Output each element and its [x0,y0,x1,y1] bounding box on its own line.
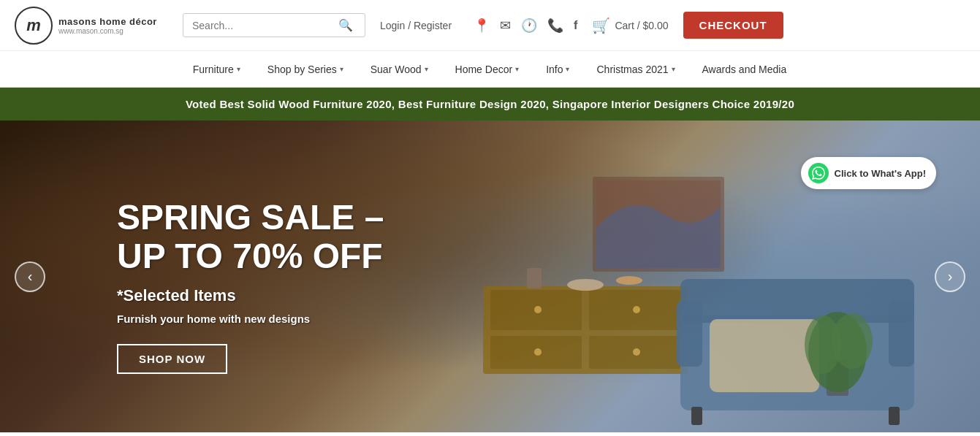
chevron-down-icon: ▾ [566,65,569,73]
chevron-down-icon: ▾ [425,65,428,73]
cart-label: Cart / $0.00 [615,20,668,31]
nav-items: Furniture ▾ Shop by Series ▾ Suar Wood ▾… [180,51,800,88]
clock-icon[interactable]: 🕐 [521,18,537,34]
shop-now-button[interactable]: SHOP NOW [117,344,227,374]
header: m masons home décor www.mason.com.sg 🔍 L… [0,0,980,51]
phone-icon[interactable]: 📞 [547,18,563,34]
chevron-down-icon: ▾ [340,65,343,73]
chevron-down-icon: ▾ [237,65,240,73]
chevron-down-icon: ▾ [515,65,519,73]
hero-description: Furnish your home with new designs [117,313,384,325]
whatsapp-button[interactable]: Click to What's App! [801,157,936,189]
checkout-button[interactable]: CHECKOUT [683,12,783,39]
promo-banner: Voted Best Solid Wood Furniture 2020, Be… [0,88,980,121]
nav-item-awards[interactable]: Awards and Media [689,51,801,88]
main-nav: Furniture ▾ Shop by Series ▾ Suar Wood ▾… [0,51,980,88]
search-input[interactable] [192,20,338,31]
nav-item-furniture[interactable]: Furniture ▾ [180,51,254,88]
whatsapp-label: Click to What's App! [835,168,926,179]
svg-point-20 [567,279,604,291]
email-icon[interactable]: ✉ [500,18,511,34]
header-icons: 📍 ✉ 🕐 📞 f [474,18,577,34]
hero-section: SPRING SALE – UP TO 70% OFF *Selected It… [0,121,980,432]
hero-subtitle: *Selected Items [117,286,384,305]
nav-item-christmas[interactable]: Christmas 2021 ▾ [583,51,688,88]
svg-rect-11 [677,301,702,367]
svg-rect-10 [680,279,914,323]
svg-point-21 [616,276,642,285]
svg-point-7 [534,348,542,356]
chevron-down-icon: ▾ [672,65,675,73]
svg-point-5 [534,306,542,313]
nav-item-shop-by-series[interactable]: Shop by Series ▾ [254,51,357,88]
nav-item-suar-wood[interactable]: Suar Wood ▾ [357,51,442,88]
hero-image [483,155,922,432]
whatsapp-icon [808,163,829,183]
brand-url: www.mason.com.sg [58,27,157,35]
svg-point-19 [832,313,873,369]
search-button[interactable]: 🔍 [338,18,353,32]
hero-prev-button[interactable]: ‹ [15,261,45,292]
brand-name: masons home décor [58,16,157,27]
hero-title: SPRING SALE – UP TO 70% OFF [117,199,384,276]
nav-item-info[interactable]: Info ▾ [533,51,583,88]
svg-rect-13 [691,407,702,425]
location-icon[interactable]: 📍 [474,18,490,34]
login-register-link[interactable]: Login / Register [380,20,452,31]
nav-item-home-decor[interactable]: Home Decor ▾ [442,51,533,88]
logo-area[interactable]: m masons home décor www.mason.com.sg [15,7,161,45]
svg-rect-22 [527,268,542,288]
svg-rect-12 [889,301,914,367]
search-bar[interactable]: 🔍 [183,13,365,37]
svg-rect-15 [710,319,819,392]
hero-content: SPRING SALE – UP TO 70% OFF *Selected It… [117,199,384,374]
cart-area[interactable]: 🛒 Cart / $0.00 [592,17,668,34]
logo-icon: m [15,7,53,45]
svg-rect-14 [889,407,900,425]
svg-point-6 [633,306,640,313]
hero-next-button[interactable]: › [935,261,965,292]
svg-point-8 [633,348,640,356]
promo-text: Voted Best Solid Wood Furniture 2020, Be… [186,98,794,110]
facebook-icon[interactable]: f [574,19,577,32]
cart-icon: 🛒 [592,17,610,34]
